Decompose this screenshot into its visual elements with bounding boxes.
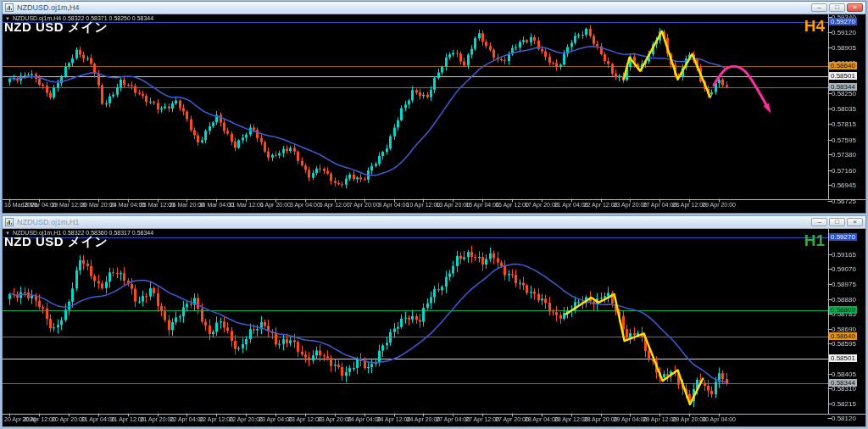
h1-chart-area[interactable]: ▼ NZDUSD.oj1m,H1 0.58322 0.58360 0.58317… [3, 229, 865, 426]
restore-button[interactable]: □ [829, 218, 845, 226]
time-tick-label: 30 Apr 04:00 [702, 416, 736, 422]
timeframe-label: H4 [804, 17, 825, 36]
chart-window-h4: NZDUSD.oj1m,H4 – □ × ▼ NZDUSD.oj1m,H4 0.… [2, 1, 866, 214]
chart-window-icon [5, 218, 14, 226]
time-tick-label: 21 Apr 04:00 [81, 416, 115, 422]
time-tick-label: 13 Apr 20:00 [436, 202, 470, 208]
time-tick-label: 27 Apr 04:00 [643, 202, 676, 208]
time-tick-label: 23 Apr 04:00 [259, 416, 292, 422]
time-tick-label: 21 Apr 12:00 [111, 416, 145, 422]
time-tick-label: 21 Apr 04:00 [554, 202, 588, 208]
time-tick-label: 27 Apr 04:00 [436, 416, 470, 422]
time-tick-label: 17 Apr 20:00 [525, 202, 559, 208]
time-tick-label: 29 Apr 12:00 [643, 416, 676, 422]
time-tick-label: 10 Apr 12:00 [407, 202, 441, 208]
time-tick-label: 7 Apr 20:00 [349, 202, 380, 208]
time-tick-label: 24 Apr 20:00 [407, 416, 441, 422]
time-tick-label: 21 Apr 20:00 [141, 416, 175, 422]
time-tick-label: 22 Apr 04:00 [170, 416, 204, 422]
time-tick-label: 22 Apr 20:00 [229, 416, 263, 422]
close-button[interactable]: × [847, 218, 863, 226]
h1-candlestick-canvas[interactable] [3, 229, 865, 426]
window-title: NZDUSD.oj1m,H1 [17, 216, 808, 228]
time-tick-label: 29 Apr 20:00 [702, 202, 736, 208]
h4-titlebar[interactable]: NZDUSD.oj1m,H4 – □ × [3, 2, 865, 14]
time-tick-label: 22 Apr 12:00 [199, 416, 233, 422]
time-tick-label: 20 Apr 12:00 [22, 416, 56, 422]
chart-text-label: NZD USD メイン [4, 20, 108, 36]
time-tick-label: 23 Apr 20:00 [614, 202, 648, 208]
time-tick-label: 27 Apr 20:00 [495, 416, 529, 422]
time-tick-label: 28 Apr 12:00 [672, 202, 706, 208]
minimize-button[interactable]: – [811, 218, 827, 226]
time-tick-label: 28 Apr 12:00 [554, 416, 588, 422]
time-tick-label: 27 Apr 12:00 [465, 416, 499, 422]
chart-text-label: NZD USD メイン [4, 234, 108, 250]
time-tick-label: 31 Mar 12:00 [229, 202, 264, 208]
h4-chart-area[interactable]: ▼ NZDUSD.oj1m,H4 0.58322 0.58371 0.58250… [3, 14, 865, 213]
time-tick-label: 16 Apr 12:00 [495, 202, 529, 208]
time-axis[interactable]: 20 Apr 202620 Apr 12:0020 Apr 20:0021 Ap… [3, 415, 828, 426]
restore-button[interactable]: □ [829, 3, 845, 12]
timeframe-label: H1 [804, 231, 825, 250]
time-tick-label: 24 Apr 04:00 [348, 416, 381, 422]
time-tick-label: 23 Apr 20:00 [318, 416, 352, 422]
time-tick-label: 28 Apr 04:00 [525, 416, 559, 422]
window-title: NZDUSD.oj1m,H4 [17, 2, 808, 14]
time-tick-label: 1 Apr 20:00 [260, 202, 291, 208]
time-tick-label: 9 Apr 04:00 [379, 202, 409, 208]
time-tick-label: 24 Apr 12:00 [377, 416, 411, 422]
time-tick-label: 22 Apr 12:00 [584, 202, 618, 208]
mt4-mdi-area: { "app": { "mdi_background": "#a7bfda", … [0, 0, 868, 429]
time-tick-label: 3 Apr 04:00 [290, 202, 320, 208]
time-tick-label: 29 Apr 20:00 [672, 416, 706, 422]
h1-titlebar[interactable]: NZDUSD.oj1m,H1 – □ × [3, 216, 865, 229]
chart-window-h1: NZDUSD.oj1m,H1 – □ × ▼ NZDUSD.oj1m,H1 0.… [2, 215, 866, 427]
h4-candlestick-canvas[interactable] [3, 14, 865, 213]
close-button[interactable]: × [847, 3, 863, 12]
minimize-button[interactable]: – [811, 3, 827, 12]
time-tick-label: 23 Apr 12:00 [288, 416, 322, 422]
time-axis[interactable]: 16 Mar 202618 Mar 04:0019 Mar 12:0020 Ma… [3, 201, 828, 213]
time-tick-label: 29 Apr 04:00 [614, 416, 648, 422]
time-tick-label: 28 Apr 20:00 [584, 416, 618, 422]
time-tick-label: 6 Apr 12:00 [320, 202, 350, 208]
chart-window-icon [5, 3, 14, 12]
time-tick-label: 15 Apr 04:00 [465, 202, 499, 208]
time-tick-label: 20 Apr 20:00 [52, 416, 86, 422]
